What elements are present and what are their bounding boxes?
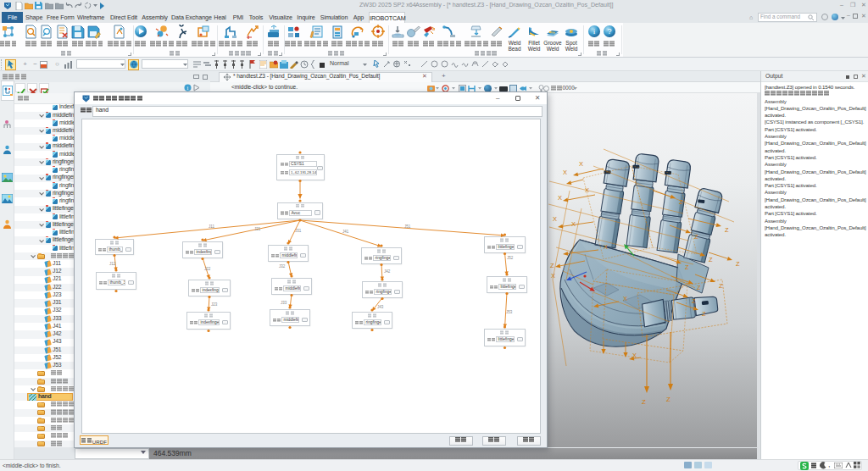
svg-text:Z: Z	[685, 263, 689, 271]
svg-text:Z: Z	[709, 256, 713, 263]
svg-text:X: X	[623, 295, 627, 302]
svg-text:X: X	[551, 272, 555, 280]
svg-text:Z: Z	[702, 310, 706, 318]
svg-text:Z: Z	[692, 297, 696, 305]
svg-text:Z: Z	[666, 396, 670, 403]
svg-text:X: X	[563, 169, 567, 176]
svg-text:Z: Z	[642, 398, 646, 406]
svg-text:X: X	[571, 220, 576, 228]
svg-text:Z: Z	[694, 233, 698, 241]
svg-text:X: X	[585, 186, 589, 194]
svg-text:?: ?	[607, 27, 611, 36]
svg-text:X: X	[558, 194, 562, 202]
svg-text:Z: Z	[679, 198, 683, 206]
svg-text:Z: Z	[550, 262, 554, 269]
svg-text:Z: Z	[697, 284, 701, 291]
svg-text:Z: Z	[719, 282, 723, 290]
svg-text:i: i	[187, 85, 189, 91]
svg-text:X: X	[553, 215, 557, 223]
svg-text:X: X	[632, 352, 637, 359]
svg-text:X: X	[604, 243, 608, 251]
svg-text:Z: Z	[725, 226, 729, 234]
svg-text:Z: Z	[736, 260, 740, 268]
svg-text:X: X	[579, 160, 583, 168]
